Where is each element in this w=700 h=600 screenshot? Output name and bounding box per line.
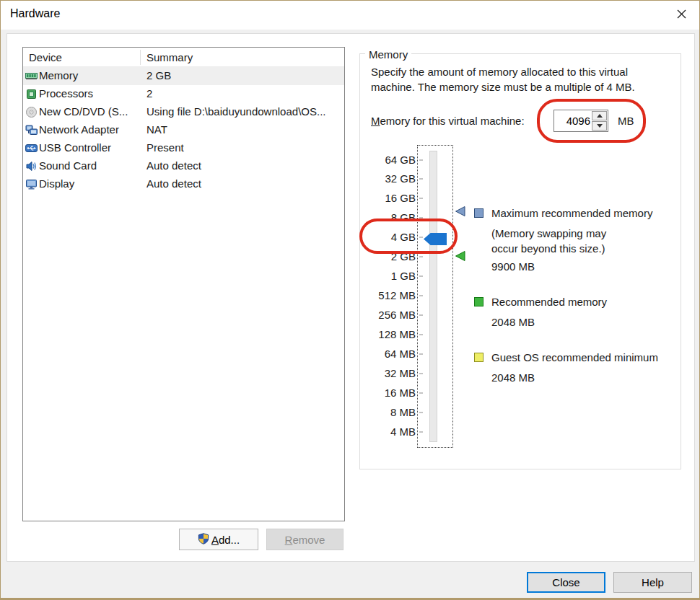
remove-button-label: Remove — [285, 534, 325, 546]
slider-scale-label: 16 GB — [358, 192, 416, 204]
table-row-display[interactable]: Display Auto detect — [23, 175, 344, 193]
spin-up-button[interactable] — [592, 111, 607, 120]
hardware-dialog: Hardware Device Summary Memory 2 GB Proc — [0, 0, 700, 600]
device-summary: Using file D:\baiduyundownload\OS... — [146, 105, 325, 118]
column-header-device[interactable]: Device — [29, 51, 62, 63]
table-row-network-adapter[interactable]: Network Adapter NAT — [23, 121, 344, 139]
device-list: Device Summary Memory 2 GB Processors 2 … — [22, 47, 345, 521]
max-memory-note-line1: (Memory swapping may — [491, 227, 606, 239]
memory-icon — [25, 70, 38, 82]
max-memory-label: Maximum recommended memory — [491, 207, 652, 219]
device-name: USB Controller — [39, 141, 111, 154]
network-adapter-icon — [25, 124, 38, 136]
spin-down-button[interactable] — [592, 121, 607, 131]
usb-icon — [25, 142, 38, 154]
slider-scale-label: 128 MB — [358, 328, 416, 340]
column-header-summary[interactable]: Summary — [146, 51, 193, 63]
guest-min-memory-value: 2048 MB — [491, 371, 535, 384]
max-memory-marker-icon — [455, 206, 466, 217]
memory-description-line1: Specify the amount of memory allocated t… — [371, 66, 628, 78]
table-row-usb-controller[interactable]: USB Controller Present — [23, 139, 344, 157]
slider-scale-label: 256 MB — [358, 309, 416, 321]
device-name: Memory — [39, 69, 78, 81]
max-memory-note-line2: occur beyond this size.) — [491, 242, 605, 255]
memory-field-label: Memory for this virtual machine: — [371, 115, 525, 127]
slider-scale-label: 8 GB — [358, 211, 416, 224]
device-name: Display — [39, 177, 74, 190]
add-button-label: Add... — [211, 534, 240, 546]
memory-unit-label: MB — [618, 115, 634, 127]
device-name: New CD/DVD (S... — [39, 105, 128, 118]
slider-scale-label: 32 MB — [358, 367, 416, 379]
slider-scale-label: 2 GB — [358, 250, 416, 262]
help-button[interactable]: Help — [613, 572, 692, 593]
memory-input-group — [554, 110, 608, 132]
sound-card-icon — [25, 160, 38, 172]
remove-button[interactable]: Remove — [266, 529, 344, 550]
close-button[interactable]: Close — [527, 572, 605, 593]
table-row-cd-dvd[interactable]: New CD/DVD (S... Using file D:\baiduyund… — [23, 103, 344, 121]
add-button[interactable]: Add... — [179, 529, 258, 550]
slider-scale-label: 4 MB — [358, 425, 416, 438]
slider-scale-label: 32 GB — [358, 172, 416, 185]
device-summary: 2 — [146, 87, 152, 100]
memory-description-line2: machine. The memory size must be a multi… — [371, 81, 635, 93]
device-summary: 2 GB — [146, 69, 171, 81]
table-row-memory[interactable]: Memory 2 GB — [23, 67, 344, 85]
max-memory-value: 9900 MB — [491, 260, 535, 273]
cd-dvd-icon — [25, 106, 38, 118]
close-window-button[interactable] — [670, 6, 692, 25]
recommended-memory-marker-icon — [455, 250, 466, 262]
slider-scale-label: 8 MB — [358, 406, 416, 418]
guest-min-memory-label: Guest OS recommended minimum — [491, 351, 658, 363]
device-name: Network Adapter — [39, 123, 119, 136]
spin-buttons — [592, 111, 607, 131]
device-summary: NAT — [146, 123, 167, 136]
column-separator — [140, 50, 141, 65]
processor-icon — [25, 88, 38, 100]
memory-value-input[interactable] — [554, 110, 592, 131]
recommended-memory-value: 2048 MB — [491, 316, 535, 328]
slider-scale-label: 64 MB — [358, 348, 416, 360]
slider-scale-label: 1 GB — [358, 270, 416, 282]
slider-scale-label: 512 MB — [358, 289, 416, 301]
device-summary: Present — [146, 141, 184, 154]
max-memory-legend-icon — [474, 208, 484, 218]
spin-up-icon — [597, 114, 603, 118]
memory-group-title: Memory — [365, 48, 411, 61]
dialog-title: Hardware — [10, 7, 60, 20]
slider-scale-label: 64 GB — [358, 154, 416, 166]
table-row-sound-card[interactable]: Sound Card Auto detect — [23, 157, 344, 175]
slider-scale-label: 4 GB — [358, 231, 416, 243]
table-row-processors[interactable]: Processors 2 — [23, 85, 344, 103]
guest-min-memory-legend-icon — [474, 353, 484, 362]
recommended-memory-legend-icon — [474, 297, 484, 306]
recommended-memory-label: Recommended memory — [491, 296, 607, 308]
spin-down-icon — [597, 124, 603, 128]
device-summary: Auto detect — [146, 177, 201, 190]
device-summary: Auto detect — [146, 159, 201, 172]
display-icon — [25, 178, 38, 190]
device-list-header: Device Summary — [23, 48, 344, 67]
slider-scale-label: 16 MB — [358, 387, 416, 399]
device-name: Processors — [39, 87, 93, 100]
uac-shield-icon — [198, 533, 209, 547]
device-name: Sound Card — [39, 159, 97, 172]
title-bar: Hardware — [1, 1, 699, 30]
memory-slider-track[interactable] — [429, 151, 437, 442]
close-icon — [676, 9, 687, 22]
